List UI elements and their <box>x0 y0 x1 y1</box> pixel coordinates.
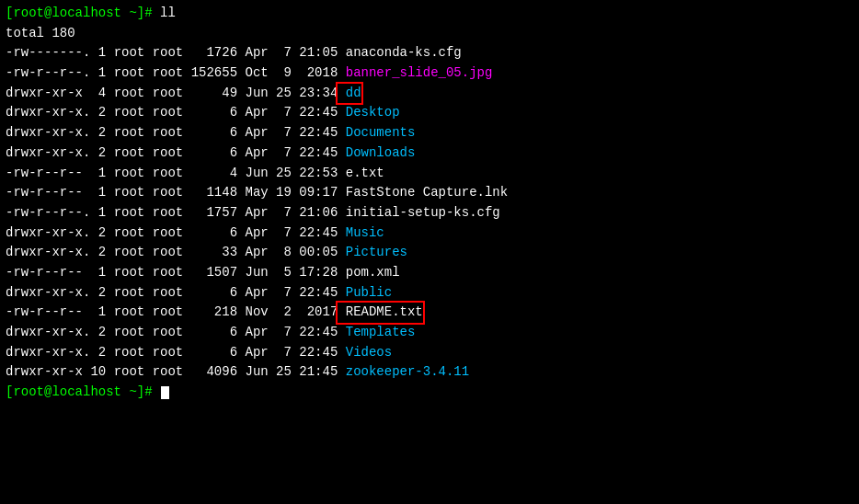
prompt-text: [root@localhost ~]# <box>6 4 160 24</box>
group: root <box>144 203 183 223</box>
group: root <box>144 223 183 244</box>
total-line: total 180 <box>6 24 853 44</box>
day: 7 <box>269 143 292 164</box>
size: 1726 <box>183 43 237 63</box>
file-line: drwxr-xr-x. 2 root root 6 Apr 7 22:45 De… <box>6 103 853 123</box>
size: 6 <box>183 123 237 143</box>
month: Apr <box>237 223 269 244</box>
size: 6 <box>183 143 237 164</box>
filename: Public <box>338 283 392 304</box>
file-line: -rw-r--r--. 1 root root 1757 Apr 7 21:06… <box>6 203 853 223</box>
day: 7 <box>269 43 292 63</box>
size: 6 <box>183 323 237 343</box>
filename: dd <box>338 84 361 104</box>
size: 6 <box>183 283 237 304</box>
file-line: drwxr-xr-x. 2 root root 33 Apr 8 00:05 P… <box>6 243 853 263</box>
group: root <box>144 343 183 363</box>
user: root <box>106 43 144 63</box>
size: 6 <box>183 223 237 244</box>
links: 10 <box>83 362 106 383</box>
size: 6 <box>183 103 237 123</box>
size: 4096 <box>183 362 237 383</box>
perm: drwxr-xr-x. <box>6 323 90 343</box>
size: 1757 <box>183 203 237 223</box>
filename: README.txt <box>338 303 422 323</box>
day: 25 <box>269 84 292 104</box>
size: 6 <box>183 343 237 363</box>
user: root <box>106 164 144 184</box>
file-line: -rw-r--r-- 1 root root 1507 Jun 5 17:28 … <box>6 263 853 283</box>
day: 25 <box>269 362 292 383</box>
file-line: drwxr-xr-x. 2 root root 6 Apr 7 22:45 Vi… <box>6 343 853 363</box>
file-line: -rw-r--r-- 1 root root 1148 May 19 09:17… <box>6 183 853 203</box>
group: root <box>144 183 183 203</box>
month: Jun <box>237 84 269 104</box>
group: root <box>144 303 183 323</box>
end-prompt-line: [root@localhost ~]# <box>6 383 853 403</box>
links: 2 <box>90 123 106 143</box>
file-line: drwxr-xr-x. 2 root root 6 Apr 7 22:45 Pu… <box>6 283 853 304</box>
perm: -rw-r--r-- <box>6 263 83 283</box>
user: root <box>106 223 144 244</box>
month: Apr <box>237 283 269 304</box>
links: 1 <box>83 303 106 323</box>
time: 22:45 <box>292 323 338 343</box>
links: 1 <box>83 183 106 203</box>
month: Apr <box>237 123 269 143</box>
time: 17:28 <box>292 263 338 283</box>
perm: -rw-r--r--. <box>6 203 90 223</box>
perm: -rw-r--r-- <box>6 164 83 184</box>
total-text: total 180 <box>6 24 75 44</box>
day: 7 <box>269 103 292 123</box>
perm: -rw-r--r-- <box>6 303 83 323</box>
perm: drwxr-xr-x. <box>6 143 90 164</box>
group: root <box>144 283 183 304</box>
perm: drwxr-xr-x. <box>6 123 90 143</box>
links: 4 <box>83 84 106 104</box>
user: root <box>106 63 144 84</box>
user: root <box>106 123 144 143</box>
perm: drwxr-xr-x. <box>6 243 90 263</box>
filename: zookeeper-3.4.11 <box>338 362 469 383</box>
file-line: drwxr-xr-x 4 root root 49 Jun 25 23:34 d… <box>6 84 853 104</box>
day: 7 <box>269 223 292 244</box>
time: 22:53 <box>292 164 338 184</box>
group: root <box>144 43 183 63</box>
filename: Desktop <box>338 103 399 123</box>
file-line: drwxr-xr-x. 2 root root 6 Apr 7 22:45 Do… <box>6 123 853 143</box>
filename: initial-setup-ks.cfg <box>338 203 499 223</box>
perm: drwxr-xr-x <box>6 362 83 383</box>
time: 00:05 <box>292 243 338 263</box>
size: 1507 <box>183 263 237 283</box>
month: Jun <box>237 164 269 184</box>
group: root <box>144 123 183 143</box>
links: 1 <box>90 63 106 84</box>
group: root <box>144 164 183 184</box>
time: 21:05 <box>292 43 338 63</box>
time: 22:45 <box>292 343 338 363</box>
time: 22:45 <box>292 123 338 143</box>
file-line: -rw-------. 1 root root 1726 Apr 7 21:05… <box>6 43 853 63</box>
links: 1 <box>83 263 106 283</box>
links: 2 <box>90 243 106 263</box>
day: 5 <box>269 263 292 283</box>
file-listing: -rw-------. 1 root root 1726 Apr 7 21:05… <box>6 43 853 383</box>
filename: Pictures <box>338 243 407 263</box>
day: 8 <box>269 243 292 263</box>
links: 2 <box>90 323 106 343</box>
month: Apr <box>237 343 269 363</box>
file-line: drwxr-xr-x 10 root root 4096 Jun 25 21:4… <box>6 362 853 383</box>
time: 22:45 <box>292 103 338 123</box>
user: root <box>106 303 144 323</box>
time: 22:45 <box>292 143 338 164</box>
links: 2 <box>90 343 106 363</box>
perm: -rw-r--r--. <box>6 63 90 84</box>
perm: drwxr-xr-x. <box>6 103 90 123</box>
day: 7 <box>269 203 292 223</box>
day: 7 <box>269 123 292 143</box>
filename: FastStone Capture.lnk <box>338 183 508 203</box>
time: 22:45 <box>292 223 338 244</box>
links: 1 <box>90 203 106 223</box>
group: root <box>144 84 183 104</box>
links: 2 <box>90 283 106 304</box>
